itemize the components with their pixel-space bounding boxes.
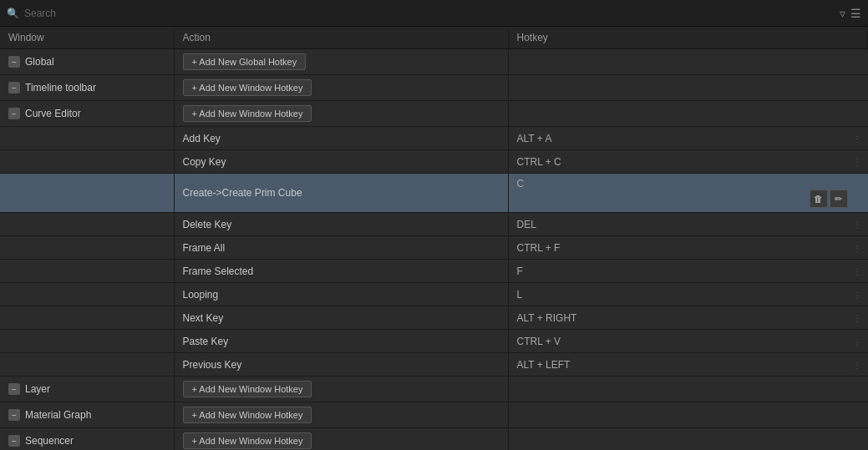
hotkey-value: F⋮ <box>508 260 868 283</box>
row-options[interactable]: ⋮ <box>851 195 860 204</box>
search-bar: 🔍 ▿ ☰ <box>0 0 868 27</box>
action-label: Paste Key <box>174 330 508 353</box>
hotkey-cell <box>508 49 868 75</box>
table-row[interactable]: Add KeyALT + A⋮ <box>0 127 868 150</box>
delete-hotkey-button[interactable]: 🗑 <box>810 190 828 208</box>
search-icon: 🔍 <box>7 8 19 19</box>
hotkey-cell <box>508 402 868 428</box>
table-row: − Timeline toolbar + Add New Window Hotk… <box>0 75 868 101</box>
add-hotkey-button[interactable]: + Add New Window Hotkey <box>183 105 312 122</box>
row-options[interactable]: ⋮ <box>853 336 861 346</box>
add-hotkey-button[interactable]: + Add New Global Hotkey <box>183 53 307 70</box>
hotkey-table-container: Window Action Hotkey − Global + Add New … <box>0 27 868 450</box>
hotkey-value: ALT + LEFT⋮ <box>508 353 868 377</box>
collapse-icon[interactable]: − <box>8 56 20 68</box>
collapse-icon[interactable]: − <box>8 82 20 94</box>
collapse-icon[interactable]: − <box>8 383 20 395</box>
section-label: − Material Graph <box>8 409 165 421</box>
action-label: Previous Key <box>174 353 508 377</box>
collapse-icon[interactable]: − <box>8 435 20 447</box>
action-label: Delete Key <box>174 213 508 236</box>
table-row: − Curve Editor + Add New Window Hotkey <box>0 101 868 127</box>
col-action: Action <box>174 27 508 49</box>
hotkey-value: CTRL + F⋮ <box>508 236 868 260</box>
hotkey-value: ALT + A⋮ <box>508 127 868 150</box>
add-hotkey-button[interactable]: + Add New Window Hotkey <box>183 407 312 423</box>
section-label: − Sequencer <box>8 435 165 447</box>
hotkey-cell <box>508 75 868 101</box>
add-hotkey-button[interactable]: + Add New Window Hotkey <box>183 381 312 397</box>
action-label: Create->Create Prim Cube <box>174 174 508 213</box>
edit-hotkey-button[interactable]: ✏ <box>830 190 848 208</box>
hotkey-cell <box>508 377 868 402</box>
add-hotkey-button[interactable]: + Add New Window Hotkey <box>183 432 312 449</box>
table-row[interactable]: Create->Create Prim CubeC 🗑 ✏ ⋮ <box>0 174 868 213</box>
action-label: Next Key <box>174 306 508 330</box>
table-row: − Global + Add New Global Hotkey <box>0 49 868 75</box>
action-label: Copy Key <box>174 150 508 174</box>
row-options[interactable]: ⋮ <box>853 266 861 276</box>
hotkey-cell <box>508 101 868 127</box>
row-options[interactable]: ⋮ <box>853 290 861 299</box>
hotkey-value: C 🗑 ✏ ⋮ <box>508 174 868 213</box>
hotkey-value: L⋮ <box>508 283 868 306</box>
hotkey-value: CTRL + C⋮ <box>508 150 868 174</box>
hotkey-value: CTRL + V⋮ <box>508 330 868 353</box>
section-label: − Curve Editor <box>8 108 165 119</box>
table-row: − Layer + Add New Window Hotkey <box>0 377 868 402</box>
filter-icon[interactable]: ▿ <box>840 7 845 20</box>
section-label: − Timeline toolbar <box>8 82 165 94</box>
action-label: Add Key <box>174 127 508 150</box>
row-options[interactable]: ⋮ <box>853 360 861 369</box>
table-row: − Material Graph + Add New Window Hotkey <box>0 402 868 428</box>
row-options[interactable]: ⋮ <box>853 157 861 166</box>
collapse-icon[interactable]: − <box>8 108 20 119</box>
table-row[interactable]: Delete KeyDEL⋮ <box>0 213 868 236</box>
hotkey-value: DEL⋮ <box>508 213 868 236</box>
action-label: Frame Selected <box>174 260 508 283</box>
section-label: − Layer <box>8 383 165 395</box>
table-row[interactable]: Copy KeyCTRL + C⋮ <box>0 150 868 174</box>
table-row[interactable]: Previous KeyALT + LEFT⋮ <box>0 353 868 377</box>
table-row[interactable]: LoopingL⋮ <box>0 283 868 306</box>
table-row[interactable]: Paste KeyCTRL + V⋮ <box>0 330 868 353</box>
row-action-icons: 🗑 ✏ ⋮ <box>517 190 860 208</box>
hotkey-table: Window Action Hotkey − Global + Add New … <box>0 27 868 450</box>
section-label: − Global <box>8 56 165 68</box>
menu-icon[interactable]: ☰ <box>850 7 861 20</box>
action-label: Frame All <box>174 236 508 260</box>
action-label: Looping <box>174 283 508 306</box>
row-options[interactable]: ⋮ <box>853 313 861 322</box>
table-row[interactable]: Next KeyALT + RIGHT⋮ <box>0 306 868 330</box>
table-row[interactable]: Frame AllCTRL + F⋮ <box>0 236 868 260</box>
row-options[interactable]: ⋮ <box>853 243 861 252</box>
table-row[interactable]: Frame SelectedF⋮ <box>0 260 868 283</box>
col-hotkey: Hotkey <box>508 27 868 49</box>
collapse-icon[interactable]: − <box>8 409 20 421</box>
search-input[interactable] <box>24 8 835 19</box>
row-options[interactable]: ⋮ <box>853 134 861 143</box>
table-row: − Sequencer + Add New Window Hotkey <box>0 428 868 451</box>
hotkey-value: ALT + RIGHT⋮ <box>508 306 868 330</box>
add-hotkey-button[interactable]: + Add New Window Hotkey <box>183 79 312 96</box>
col-window: Window <box>0 27 174 49</box>
hotkey-cell <box>508 428 868 451</box>
row-options[interactable]: ⋮ <box>853 220 861 229</box>
table-header: Window Action Hotkey <box>0 27 868 49</box>
